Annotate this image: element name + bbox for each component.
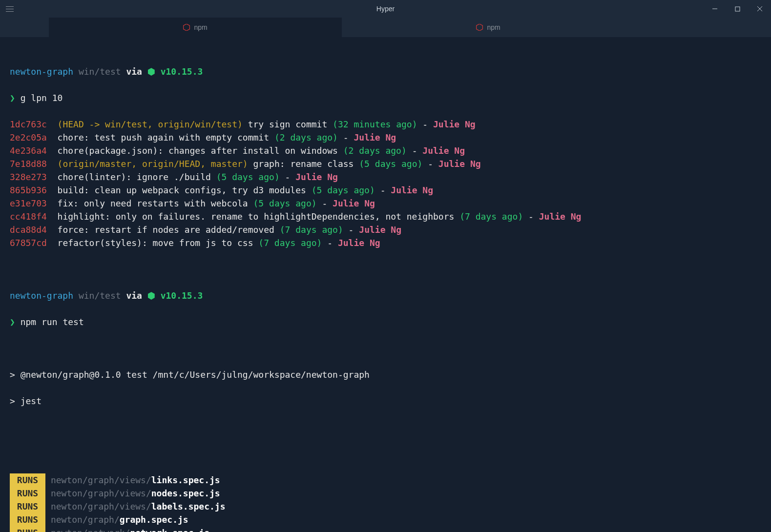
commit-age: (32 minutes ago) [333, 119, 417, 129]
runs-badge: RUNS [10, 487, 45, 500]
prompt-symbol: ❯ [10, 317, 15, 327]
npm-hex-icon [183, 24, 190, 31]
blank-line [10, 421, 761, 434]
npm-hex-icon [476, 24, 483, 31]
prompt-via: via [126, 290, 142, 301]
spec-path-dim: newton/graph/views/ [51, 475, 151, 485]
hamburger-icon[interactable] [0, 0, 20, 18]
commit-hash: cc418f4 [10, 211, 47, 222]
spec-path-file: nodes.spec.js [151, 488, 220, 498]
commit-msg: build: clean up webpack configs, try d3 … [58, 185, 306, 195]
commit-dash: - [380, 185, 386, 195]
spec-path-dim: newton/graph/views/ [51, 488, 151, 498]
commit-hash: e31e703 [10, 198, 47, 208]
commit-dash: - [412, 145, 417, 156]
close-button[interactable] [749, 0, 771, 18]
commit-msg: chore(linter): ignore ./build [58, 172, 211, 182]
commit-hash: 4e236a4 [10, 145, 47, 156]
blank-line [10, 263, 761, 276]
commit-dash: - [349, 225, 354, 235]
git-log-output: 1dc763c (HEAD -> win/test, origin/win/te… [10, 118, 761, 249]
commit-dash: - [285, 172, 291, 182]
commit-author: Julie Ng [391, 185, 433, 195]
tab-npm-1[interactable]: npm [49, 18, 342, 37]
jest-run-row: RUNS newton/graph/views/labels.spec.js [10, 500, 761, 513]
commit-hash: 328e273 [10, 172, 47, 182]
npm-output-line: > jest [10, 394, 761, 408]
commit-age: (2 days ago) [274, 132, 338, 143]
blank-line [10, 342, 761, 355]
commit-author: Julie Ng [438, 159, 481, 169]
git-log-row: 865b936 build: clean up webpack configs,… [10, 184, 761, 197]
jest-run-row: RUNS newton/graph/graph.spec.js [10, 513, 761, 526]
commit-dash: - [422, 119, 428, 129]
command-text: npm run test [21, 317, 84, 327]
commit-age: (7 days ago) [258, 238, 322, 248]
commit-hash: 67857cd [10, 238, 47, 248]
jest-run-row: RUNS newton/graph/views/links.spec.js [10, 473, 761, 487]
node-hex-icon: ⬢ [147, 66, 155, 77]
git-log-row: 2e2c05a chore: test push again with empt… [10, 131, 761, 144]
commit-author: Julie Ng [333, 198, 375, 208]
command-text: g lpn 10 [21, 93, 63, 103]
commit-author: Julie Ng [422, 145, 465, 156]
spec-path-dim: newton/graph/ [51, 514, 120, 525]
commit-refs: (origin/master, origin/HEAD, master) [58, 159, 248, 169]
command-line: ❯ g lpn 10 [10, 91, 761, 104]
close-icon [757, 6, 763, 12]
git-log-row: 328e273 chore(linter): ignore ./build (5… [10, 170, 761, 184]
terminal-output[interactable]: newton-graph win/test via ⬢ v10.15.3 ❯ g… [0, 37, 771, 532]
runs-badge: RUNS [10, 526, 45, 532]
commit-age: (5 days ago) [312, 185, 375, 195]
commit-hash: dca88d4 [10, 225, 47, 235]
git-log-row: 7e18d88 (origin/master, origin/HEAD, mas… [10, 157, 761, 170]
commit-author: Julie Ng [354, 132, 396, 143]
prompt-dir: newton-graph [10, 290, 73, 301]
commit-msg: graph: rename class [253, 159, 354, 169]
commit-age: (7 days ago) [280, 225, 343, 235]
spec-path-dim: newton/graph/views/ [51, 501, 151, 512]
commit-msg: highlight: only on failures. rename to h… [58, 211, 455, 222]
node-version: v10.15.3 [161, 66, 203, 77]
tab-npm-2[interactable]: npm [342, 18, 635, 37]
commit-dash: - [428, 159, 433, 169]
commit-age: (2 days ago) [343, 145, 407, 156]
node-version: v10.15.3 [161, 290, 203, 301]
svg-rect-1 [735, 7, 740, 11]
commit-hash: 2e2c05a [10, 132, 47, 143]
minimize-button[interactable] [704, 0, 726, 18]
prompt-dir: newton-graph [10, 66, 73, 77]
window-title: Hyper [376, 5, 395, 13]
git-log-row: dca88d4 force: restart if nodes are adde… [10, 223, 761, 236]
svg-marker-4 [184, 24, 190, 31]
spec-path-file: links.spec.js [151, 475, 220, 485]
commit-msg: fix: only need restarts with webcola [58, 198, 248, 208]
git-log-row: 4e236a4 chore(package.json): changes aft… [10, 144, 761, 157]
commit-refs: (HEAD -> win/test, origin/win/test) [58, 119, 243, 129]
maximize-button[interactable] [726, 0, 749, 18]
commit-author: Julie Ng [338, 238, 380, 248]
git-log-row: 67857cd refactor(styles): move from js t… [10, 236, 761, 249]
node-hex-icon: ⬢ [147, 290, 155, 301]
runs-badge: RUNS [10, 500, 45, 513]
blank-line [10, 447, 761, 460]
commit-msg: chore: test push again with empty commit [58, 132, 269, 143]
prompt-line: newton-graph win/test via ⬢ v10.15.3 [10, 289, 761, 302]
spec-path-file: labels.spec.js [151, 501, 226, 512]
jest-run-row: RUNS newton/graph/views/nodes.spec.js [10, 487, 761, 500]
commit-msg: force: restart if nodes are added/remove… [58, 225, 274, 235]
prompt-branch: win/test [79, 290, 121, 301]
titlebar: Hyper [0, 0, 771, 18]
git-log-row: 1dc763c (HEAD -> win/test, origin/win/te… [10, 118, 761, 131]
runs-badge: RUNS [10, 513, 45, 526]
tab-bar: npm npm [0, 18, 771, 37]
jest-runs-list: RUNS newton/graph/views/links.spec.js RU… [10, 473, 761, 532]
command-line: ❯ npm run test [10, 315, 761, 328]
npm-output-line: > @newton/graph@0.1.0 test /mnt/c/Users/… [10, 368, 761, 381]
commit-hash: 7e18d88 [10, 159, 47, 169]
commit-msg: refactor(styles): move from js to css [58, 238, 253, 248]
prompt-branch: win/test [79, 66, 121, 77]
app-window: Hyper npm npm newton-gr [0, 0, 771, 532]
commit-msg: try sign commit [248, 119, 328, 129]
spec-path-file: graph.spec.js [120, 514, 188, 525]
